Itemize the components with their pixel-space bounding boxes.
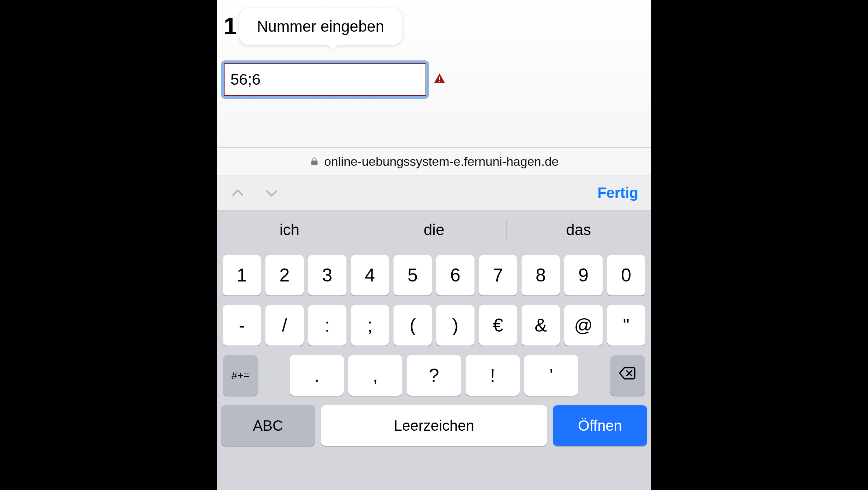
input-row [221,60,446,99]
key-3[interactable]: 3 [308,255,346,295]
keyboard-row-1: 1 2 3 4 5 6 7 8 9 0 [221,255,647,295]
key-backspace[interactable] [610,355,645,396]
input-focus-ring [221,60,429,99]
keyboard-row-4: ABC Leerzeichen Öffnen [221,405,647,446]
svg-rect-1 [439,81,440,82]
lock-icon [310,157,319,166]
chevron-down-icon[interactable] [264,185,280,201]
keyboard: 1 2 3 4 5 6 7 8 9 0 - / : ; ( ) € & @ " … [217,249,651,490]
keyboard-accessory: Fertig [217,175,651,211]
key-comma[interactable]: , [348,355,402,396]
suggestion-1[interactable]: ich [217,211,362,249]
key-4[interactable]: 4 [351,255,389,295]
key-semicolon[interactable]: ; [351,305,389,346]
key-6[interactable]: 6 [436,255,474,295]
keyboard-suggestions: ich die das [217,211,651,249]
key-paren-open[interactable]: ( [394,305,432,346]
question-number: 1 [224,13,237,40]
key-space[interactable]: Leerzeichen [321,405,547,446]
backspace-icon [618,364,637,387]
key-5[interactable]: 5 [394,255,432,295]
done-button[interactable]: Fertig [597,185,638,201]
key-at[interactable]: @ [564,305,603,346]
keyboard-row-2: - / : ; ( ) € & @ " [221,305,647,346]
key-period[interactable]: . [290,355,344,396]
key-7[interactable]: 7 [479,255,517,295]
svg-rect-0 [439,77,440,80]
keyboard-row-3: #+= . , ? ! ' [221,355,647,396]
key-slash[interactable]: / [265,305,304,346]
phone-frame: 1 Nummer eingeben online-uebungssystem-e… [217,0,651,490]
key-euro[interactable]: € [479,305,517,346]
key-colon[interactable]: : [308,305,346,346]
key-apostrophe[interactable]: ' [524,355,578,396]
key-open[interactable]: Öffnen [553,405,647,446]
key-1[interactable]: 1 [223,255,261,295]
key-exclaim[interactable]: ! [466,355,520,396]
suggestion-3[interactable]: das [506,211,651,249]
key-question[interactable]: ? [407,355,461,396]
warning-icon [433,72,446,87]
key-symbols-mode[interactable]: #+= [223,355,258,396]
key-dash[interactable]: - [223,305,261,346]
input-tooltip: Nummer eingeben [239,8,402,45]
key-2[interactable]: 2 [265,255,304,295]
key-paren-close[interactable]: ) [436,305,474,346]
key-quote[interactable]: " [607,305,645,346]
key-0[interactable]: 0 [607,255,645,295]
suggestion-2[interactable]: die [362,211,507,249]
address-bar[interactable]: online-uebungssystem-e.fernuni-hagen.de [217,147,651,175]
address-bar-domain: online-uebungssystem-e.fernuni-hagen.de [324,154,559,169]
key-9[interactable]: 9 [564,255,603,295]
key-ampersand[interactable]: & [522,305,560,346]
number-input[interactable] [224,63,426,96]
key-8[interactable]: 8 [522,255,560,295]
page-content: 1 Nummer eingeben [217,0,651,147]
key-abc[interactable]: ABC [221,405,315,446]
chevron-up-icon[interactable] [230,185,246,201]
